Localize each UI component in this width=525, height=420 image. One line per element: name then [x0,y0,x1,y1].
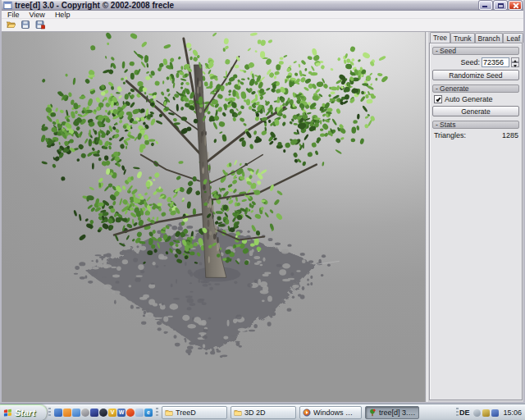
tab-branch[interactable]: Branch [475,33,504,43]
tray-icon-2[interactable] [482,409,490,417]
quicklaunch-icon-2[interactable] [63,409,71,417]
tree-render [2,32,425,402]
folder-icon [165,409,173,417]
title-bar[interactable]: tree[d] 3.0 - Copyright © 2002-2008 frec… [2,0,523,11]
seed-section-header[interactable]: - Seed [432,47,519,55]
menu-item-file[interactable]: File [2,11,25,19]
restore-button[interactable] [494,1,507,10]
wmp-icon [303,409,311,417]
quick-launch-grip[interactable] [48,408,51,418]
system-tray: DE 15:06 [458,404,525,420]
settings-panel: TreeTrunkBranchLeaf - Seed Seed: Randomi… [428,32,523,402]
folder-icon [234,409,242,417]
quicklaunch-icon-7[interactable]: V [108,409,116,417]
menu-item-help[interactable]: Help [50,11,75,19]
quicklaunch-icon-8[interactable]: W [117,409,126,417]
open-folder-icon [6,20,16,30]
seed-input[interactable] [482,57,509,67]
minimize-button[interactable] [479,1,492,10]
panel-tabs: TreeTrunkBranchLeaf [428,32,523,43]
start-button[interactable]: Start [0,404,47,420]
close-button[interactable] [509,1,522,10]
restore-icon [498,3,504,8]
tab-leaf[interactable]: Leaf [503,33,523,43]
task-button-label: tree[d] 3.0 - Copyrig... [379,409,416,417]
seed-row: Seed: [432,57,519,67]
toolbar [2,19,523,30]
triangles-value: 1285 [502,131,518,139]
start-label: Start [15,408,35,418]
app-window: tree[d] 3.0 - Copyright © 2002-2008 frec… [0,0,525,404]
tray-icon-1[interactable] [473,409,481,417]
quicklaunch-icon-9[interactable] [126,409,135,417]
task-button-4[interactable]: tree[d] 3.0 - Copyrig... [365,406,419,419]
save-as-button[interactable] [34,20,47,30]
generate-button[interactable]: Generate [432,106,519,116]
auto-generate-row: Auto Generate [434,95,519,103]
task-area-grip[interactable] [156,408,158,418]
task-button-label: TreeD [176,409,196,417]
save-as-icon [35,20,45,30]
save-button[interactable] [19,20,32,30]
stats-row: Triangles: 1285 [434,131,518,139]
quicklaunch-icon-1[interactable] [54,409,62,417]
tab-page-tree: - Seed Seed: Randomize Seed - Generate A… [429,43,523,400]
task-button-1[interactable]: TreeD [162,406,227,419]
task-button-label: Windows Media Player [313,409,358,417]
task-button-label: 3D 2D [244,409,266,417]
save-icon [21,20,30,30]
quicklaunch-icon-10[interactable] [135,409,144,417]
quicklaunch-icon-5[interactable] [90,409,98,417]
main-content: TreeTrunkBranchLeaf - Seed Seed: Randomi… [2,31,523,402]
checkmark-icon [436,97,441,103]
tab-tree[interactable]: Tree [430,32,450,43]
seed-spinner [511,57,519,67]
language-indicator[interactable]: DE [458,409,472,417]
window-title: tree[d] 3.0 - Copyright © 2002-2008 frec… [15,1,477,10]
app-icon [3,1,12,10]
open-button[interactable] [4,20,17,30]
quicklaunch-icon-6[interactable] [99,409,107,417]
triangles-label: Triangles: [434,131,466,139]
quicklaunch-icon-3[interactable] [72,409,80,417]
menu-bar: FileViewHelp [2,11,523,19]
chevron-down-icon [514,65,517,67]
quicklaunch-icon-11[interactable]: e [144,409,153,417]
taskbar-clock[interactable]: 15:06 [501,409,522,417]
seed-label: Seed: [460,58,480,66]
tray-icon-3[interactable] [491,409,499,417]
randomize-seed-button[interactable]: Randomize Seed [432,70,519,80]
task-button-2[interactable]: 3D 2D [231,406,296,419]
treed-icon [368,409,377,417]
taskbar: Start VWe TreeD3D 2DWindows Media Player… [0,404,525,420]
seed-spinner-down[interactable] [511,62,519,67]
3d-viewport[interactable] [2,32,425,402]
minimize-icon [482,6,487,7]
menu-item-view[interactable]: View [25,11,50,19]
generate-section-header[interactable]: - Generate [432,84,519,93]
windows-logo-icon [3,409,12,418]
auto-generate-label: Auto Generate [445,95,493,103]
task-button-3[interactable]: Windows Media Player [299,406,362,419]
quicklaunch-icon-4[interactable] [81,409,89,417]
auto-generate-checkbox[interactable] [434,95,442,103]
stats-section-header[interactable]: - Stats [432,121,519,129]
tray-icons [473,409,499,417]
tab-trunk[interactable]: Trunk [450,33,474,43]
